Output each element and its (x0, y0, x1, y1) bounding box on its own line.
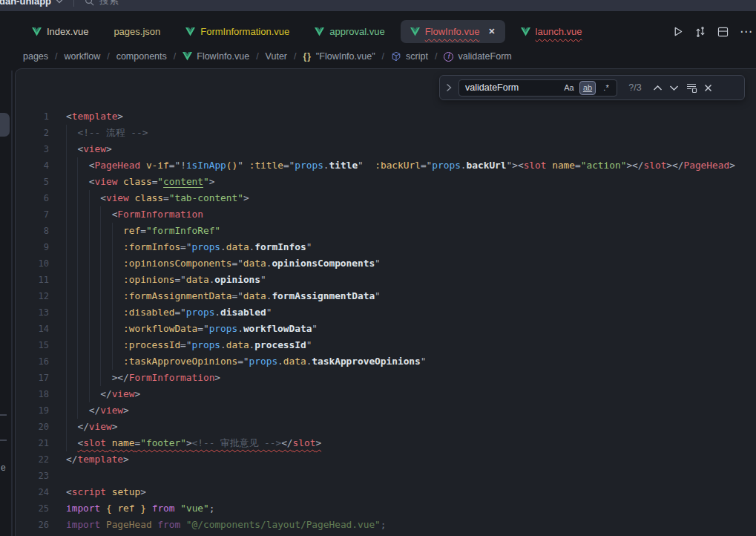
indent-guide (66, 190, 67, 206)
breadcrumb-item[interactable]: Vuter (266, 51, 287, 62)
indent-guide (66, 435, 67, 451)
match-case-toggle[interactable]: Aa (561, 81, 577, 95)
breadcrumb-separator: / (174, 51, 176, 62)
line-number: 16 (16, 353, 49, 370)
breadcrumb-label: validateForm (458, 51, 511, 62)
indent-guide (112, 321, 113, 337)
code-line[interactable]: 26import PageHead from "@/components/lay… (16, 517, 756, 533)
tab-approval-vue[interactable]: approval.vue (305, 20, 394, 43)
find-in-selection-button[interactable] (686, 82, 697, 94)
line-content: :taskApproveOpinions="props.data.taskApp… (66, 353, 426, 370)
line-number: 25 (16, 500, 49, 517)
line-content: <!-- 流程 --> (66, 125, 148, 141)
line-content: ref="formInfoRef" (66, 223, 220, 239)
line-content: </view> (66, 386, 140, 402)
sidebar-selected-item[interactable] (0, 113, 10, 137)
code-line[interactable]: 20 </view> (16, 419, 756, 435)
code-line[interactable]: 6 <view class="tab-content"> (16, 190, 756, 206)
indent-guide (112, 353, 113, 370)
line-content: <view> (66, 141, 112, 157)
code-line[interactable]: 8 ref="formInfoRef" (16, 223, 756, 239)
code-line[interactable]: 5 <view class="content"> (16, 174, 756, 190)
more-button[interactable]: ⋯ (740, 28, 753, 36)
indent-guide (112, 239, 113, 255)
tab-label: pages.json (114, 26, 160, 37)
code-line[interactable]: 24<script setup> (16, 484, 756, 500)
find-input[interactable] (465, 82, 559, 93)
breadcrumb-item[interactable]: pages (23, 51, 48, 62)
code-line[interactable]: 12 :formAssignmentData="data.formAssignm… (16, 288, 756, 304)
breadcrumb-item[interactable]: script (391, 51, 428, 62)
code-line[interactable]: 18 </view> (16, 386, 756, 402)
code-line[interactable]: 19 </view> (16, 402, 756, 419)
breadcrumb-label: workflow (65, 51, 101, 62)
line-content: </view> (66, 402, 129, 419)
tab-pages-json[interactable]: pages.json (104, 20, 170, 43)
code-line[interactable]: 22</template> (16, 451, 756, 468)
run-button[interactable] (672, 26, 683, 37)
close-tab-icon[interactable]: ✕ (488, 27, 495, 36)
tab-forminformation-vue[interactable]: FormInformation.vue (176, 20, 299, 43)
tab-flowinfo-vue[interactable]: FlowInfo.vue✕ (401, 20, 505, 43)
indent-guide (100, 353, 101, 370)
code-line[interactable]: 1<template> (16, 108, 756, 125)
line-number: 21 (16, 435, 49, 451)
code-line[interactable]: 13 :disabled="props.disabled" (16, 304, 756, 321)
breadcrumb-item[interactable]: workflow (65, 51, 101, 62)
breadcrumb-item[interactable]: fvalidateForm (444, 51, 511, 62)
tab-label: FlowInfo.vue (425, 26, 480, 37)
global-search[interactable]: 搜索 (85, 0, 119, 7)
code-line[interactable]: 25import { ref } from "vue"; (16, 500, 756, 517)
split-editor-button[interactable] (717, 27, 729, 37)
toggle-replace-button[interactable] (446, 83, 452, 92)
titlebar-divider (73, 0, 74, 7)
breadcrumb-item[interactable]: {}"FlowInfo.vue" (303, 51, 375, 62)
sidebar-resize-handle[interactable] (11, 71, 13, 536)
project-selector[interactable]: dan-uniapp (0, 0, 63, 7)
indent-guide (100, 321, 101, 337)
indent-guide (89, 370, 90, 386)
line-number: 6 (16, 190, 49, 206)
regex-toggle[interactable]: .* (598, 81, 614, 95)
vue-icon (410, 27, 420, 36)
code-line[interactable]: 7 <FormInformation (16, 206, 756, 223)
breadcrumb-item[interactable]: components (116, 51, 167, 62)
code-line[interactable]: 14 :workflowData="props.workflowData" (16, 321, 756, 337)
code-line[interactable]: 9 :formInfos="props.data.formInfos" (16, 239, 756, 255)
indent-guide (89, 304, 90, 321)
code-line[interactable]: 11 :opinions="data.opinions" (16, 272, 756, 288)
changes-icon (694, 26, 706, 38)
code-line[interactable]: 4 <PageHead v-if="!isInApp()" :title="pr… (16, 157, 756, 174)
code-line[interactable]: 15 :processId="props.data.processId" (16, 337, 756, 353)
previous-match-button[interactable] (653, 85, 663, 91)
changes-button[interactable] (694, 26, 706, 38)
code-line[interactable]: 17 ></FormInformation> (16, 370, 756, 386)
next-match-button[interactable] (669, 85, 679, 91)
more-actions-icon: ⋯ (740, 28, 753, 36)
sidebar-item-fragment (0, 414, 7, 416)
indent-guide (100, 288, 101, 304)
line-content: :opinionsComponents="data.opinionsCompon… (66, 255, 381, 272)
breadcrumb-item[interactable]: FlowInfo.vue (183, 51, 249, 62)
indent-guide (77, 337, 78, 353)
breadcrumb-separator: / (382, 51, 384, 62)
code-line[interactable]: 16 :taskApproveOpinions="props.data.task… (16, 353, 756, 370)
indent-guide (100, 206, 101, 223)
breadcrumb: pages/workflow/components/FlowInfo.vue/V… (23, 46, 756, 67)
tab-index-vue[interactable]: Index.vue (22, 20, 98, 43)
indent-guide (112, 304, 113, 321)
code-line[interactable]: 10 :opinionsComponents="data.opinionsCom… (16, 255, 756, 272)
tab-launch-vue[interactable]: launch.vue (511, 20, 592, 43)
find-results-count: ?/3 (624, 82, 646, 93)
line-number: 7 (16, 206, 49, 223)
close-find-button[interactable] (704, 84, 712, 92)
line-number: 22 (16, 451, 49, 468)
whole-word-toggle[interactable]: ab (579, 81, 596, 95)
code-line[interactable]: 2 <!-- 流程 --> (16, 125, 756, 141)
sidebar-sliver: e (0, 11, 14, 536)
code-line[interactable]: 23 (16, 468, 756, 484)
code-line[interactable]: 21 <slot name="footer"><!-- 审批意见 --></sl… (16, 435, 756, 451)
vue-icon (185, 27, 195, 36)
code-line[interactable]: 3 <view> (16, 141, 756, 157)
indent-guide (100, 337, 101, 353)
